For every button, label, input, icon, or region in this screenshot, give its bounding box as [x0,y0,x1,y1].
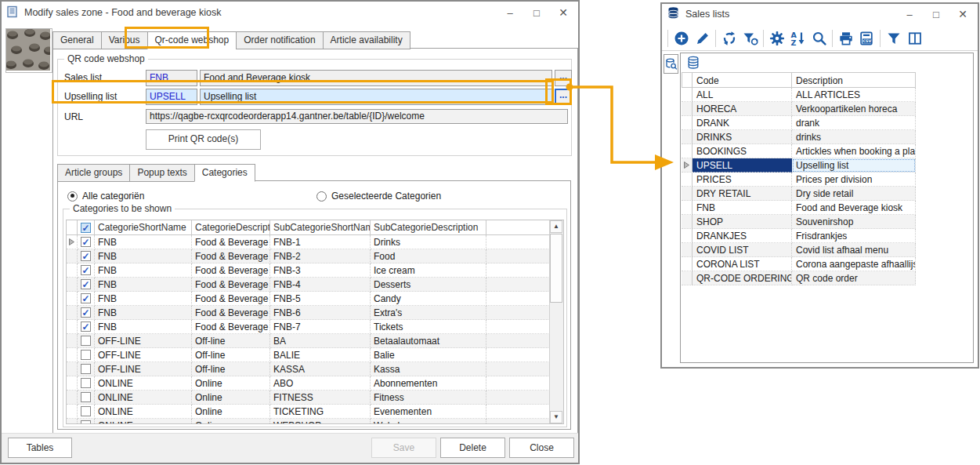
table-row[interactable]: FNBFood & BeverageFNB-5Candy [67,292,550,306]
list-item[interactable]: PRICESPrices per division [682,173,917,187]
search-icon[interactable] [808,28,830,49]
upselling-list-code-field[interactable]: UPSELL [146,89,197,105]
maximize-button[interactable]: □ [923,4,949,24]
tab-general[interactable]: General [52,31,101,49]
table-row[interactable]: OFF-LINEOff-lineBABetaalautomaat [67,334,550,348]
minimize-button[interactable]: – [497,2,523,24]
sales-list-browse-button[interactable]: ... [555,70,572,86]
table-row[interactable]: FNBFood & BeverageFNB-6Extra's [67,306,550,320]
row-checkbox[interactable] [81,279,91,289]
sales-list-code-field[interactable]: FNB [146,70,197,86]
database-view-tab[interactable] [684,55,703,71]
list-item[interactable]: SHOPSouvenirshop [682,215,917,229]
radio-geselecteerde-categorien[interactable]: Geselecteerde Categorien [316,191,441,202]
list-item[interactable]: DRANKJESFrisdrankjes [682,229,917,243]
list-item[interactable]: BOOKINGSArtickles when booking a place [682,144,917,158]
column-header-description[interactable]: Description [792,72,916,88]
refresh-icon[interactable] [718,28,740,49]
close-button[interactable]: Close [509,438,574,458]
grid-vertical-scrollbar[interactable]: ▲ ▼ [549,220,563,423]
filter-reset-icon[interactable] [740,28,761,49]
add-icon[interactable] [671,28,692,49]
tab-qr-code-webshop[interactable]: Qr-code webshop [147,31,237,49]
list-item[interactable]: ALLALL ARTICLES [682,88,917,102]
close-icon[interactable]: ✕ [949,4,976,24]
row-checkbox[interactable] [81,293,91,303]
upselling-list-browse-button[interactable]: ... [555,89,572,105]
table-row[interactable]: FNBFood & BeverageFNB-7Tickets [67,320,550,334]
list-item[interactable]: CORONA LISTCorona aangepaste afhaallijst [682,257,917,271]
minimize-button[interactable]: – [896,4,923,24]
delete-button[interactable]: Delete [440,438,505,458]
row-checkbox[interactable] [81,322,91,332]
filter-icon[interactable] [883,28,904,49]
list-item[interactable]: FNBFood and Beverage kiosk [682,201,917,215]
column-header-code[interactable]: Code [693,72,792,88]
row-checkbox[interactable] [81,406,91,416]
table-row[interactable]: ONLINEOnlineTICKETINGEvenementen [67,405,550,419]
print-icon[interactable] [835,28,856,49]
column-header-subcategoriedescription[interactable]: SubCategorieDescription [371,220,486,235]
select-all-checkbox[interactable] [81,223,91,233]
tab-article-availability[interactable]: Article availability [323,31,410,49]
radio-circle[interactable] [316,191,327,202]
subtab-categories[interactable]: Categories [194,164,255,182]
columns-icon[interactable] [904,28,925,49]
table-row[interactable]: FNBFood & BeverageFNB-4Desserts [67,278,550,292]
list-item[interactable]: DRANKdrank [682,116,917,130]
cell-description: Frisdrankjes [792,229,916,243]
radio-circle[interactable] [67,191,78,202]
edit-icon[interactable] [692,28,713,49]
cell-categoriedescription: Food & Beverage [192,235,270,249]
column-header-categoriedescription[interactable]: CategorieDescription [192,220,270,235]
row-checkbox[interactable] [81,336,91,346]
list-item[interactable]: COVID LISTCovid list afhaal menu [682,243,917,257]
print-qr-codes-button[interactable]: Print QR code(s) [146,129,261,150]
table-row[interactable]: ONLINEOnlineABOAbonnementen [67,376,550,391]
left-titlebar: Modify sales zone - Food and beverage ki… [2,2,578,24]
row-checkbox[interactable] [81,378,91,388]
radio-alle-categori-n[interactable]: Alle categoriën [67,191,144,202]
database-search-side-tab[interactable] [664,54,678,74]
scroll-thumb[interactable] [550,234,562,303]
table-row[interactable]: ONLINEOnlineFITNESSFitness [67,391,550,405]
subtab-article-groups[interactable]: Article groups [57,164,129,182]
tables-button[interactable]: Tables [8,438,72,458]
tab-various[interactable]: Various [101,31,147,49]
list-item[interactable]: DRINKSdrinks [682,130,917,144]
tab-order-notification[interactable]: Order notification [236,31,322,49]
row-checkbox[interactable] [81,392,91,402]
upselling-list-description-field[interactable]: Upselling list [200,89,552,105]
settings-icon[interactable] [766,28,787,49]
list-item[interactable]: HORECAVerkoopartikelen horeca [682,102,917,116]
url-field[interactable]: https://qagbe-rcxqrcodeorderapp14.gantne… [146,109,568,124]
table-row[interactable]: FNBFood & BeverageFNB-3Ice cream [67,263,550,278]
sales-list-description-field[interactable]: Food and Beverage kiosk [200,70,552,86]
row-checkbox[interactable] [81,420,91,423]
row-checkbox[interactable] [81,265,91,275]
list-item[interactable]: QR-CODE ORDERINGQR code order [682,271,917,285]
row-checkbox[interactable] [81,364,91,374]
maximize-button[interactable]: □ [523,2,550,24]
row-checkbox[interactable] [81,251,91,261]
list-item[interactable]: UPSELLUpselling list [682,158,917,173]
table-row[interactable]: OFF-LINEOff-lineBALIEBalie [67,348,550,362]
column-header-subcategorieshortname[interactable]: SubCategorieShortName [270,220,371,235]
list-item[interactable]: DRY RETAILDry side retail [682,187,917,201]
cell-categoriedescription: Food & Beverage [192,292,270,306]
row-checkbox[interactable] [81,307,91,318]
print-export-icon[interactable]: CSV [856,28,877,49]
table-row[interactable]: FNBFood & BeverageFNB-1Drinks [67,235,550,249]
column-header-categorieshortname[interactable]: CategorieShortName [95,220,192,235]
row-checkbox[interactable] [81,350,91,360]
row-filler [486,419,550,423]
subtab-popup-texts[interactable]: Popup texts [129,164,193,182]
table-row[interactable]: ONLINEOnlineWEBSHOPWebshop [67,419,550,423]
table-row[interactable]: OFF-LINEOff-lineKASSAKassa [67,362,550,376]
close-icon[interactable]: ✕ [550,2,577,24]
scroll-down-button[interactable]: ▼ [550,411,562,423]
sort-az-icon[interactable]: AZ [787,28,808,49]
scroll-up-button[interactable]: ▲ [550,220,562,233]
row-checkbox[interactable] [81,237,91,247]
table-row[interactable]: FNBFood & BeverageFNB-2Food [67,249,550,263]
